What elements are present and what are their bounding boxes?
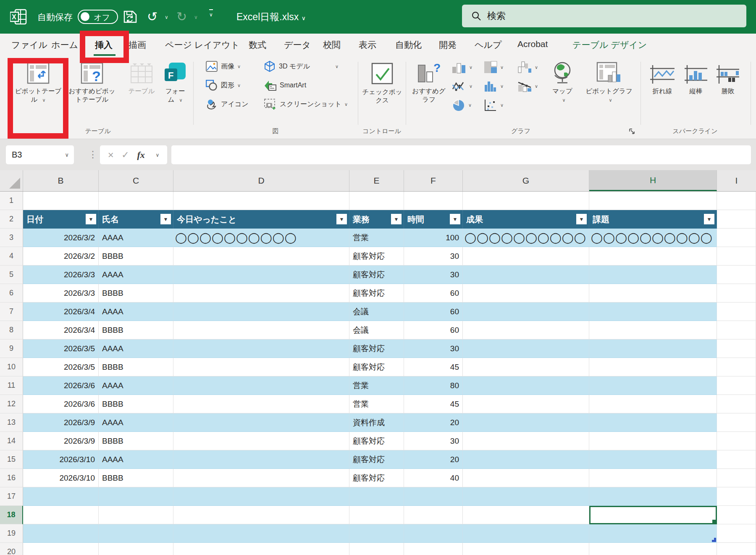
row-header-16[interactable]: 16 bbox=[0, 469, 23, 487]
row-header-8[interactable]: 8 bbox=[0, 321, 23, 339]
cell[interactable] bbox=[349, 487, 404, 506]
cell[interactable] bbox=[717, 266, 756, 284]
charts-dialog-launcher-icon[interactable] bbox=[629, 128, 636, 135]
tab-draw[interactable]: 描画 bbox=[129, 39, 146, 51]
cell[interactable] bbox=[23, 506, 99, 524]
cell[interactable]: 2026/3/6 bbox=[23, 395, 99, 413]
cell[interactable]: 2026/3/6 bbox=[23, 376, 99, 395]
cell[interactable] bbox=[463, 395, 589, 413]
enter-icon[interactable]: ✓ bbox=[121, 150, 129, 160]
cell[interactable]: 60 bbox=[404, 321, 463, 339]
insert-function-icon[interactable]: fx bbox=[137, 150, 144, 160]
cell[interactable] bbox=[404, 506, 463, 524]
cell[interactable] bbox=[589, 266, 717, 284]
cell[interactable] bbox=[717, 210, 756, 229]
cell[interactable] bbox=[463, 192, 589, 210]
pivotchart-button[interactable]: ピボットグラフ∨ bbox=[584, 60, 634, 104]
cell[interactable] bbox=[99, 192, 173, 210]
pivottable-button[interactable]: ピボットテーブル ∨ bbox=[13, 60, 64, 104]
cell[interactable] bbox=[173, 192, 349, 210]
cell[interactable] bbox=[463, 524, 589, 543]
cell[interactable]: 顧客対応 bbox=[349, 339, 404, 358]
cell[interactable] bbox=[589, 339, 717, 358]
cell[interactable] bbox=[463, 302, 589, 321]
cell[interactable] bbox=[589, 543, 717, 555]
cell[interactable] bbox=[99, 524, 173, 543]
cell[interactable]: 20 bbox=[404, 450, 463, 469]
cell[interactable] bbox=[463, 358, 589, 376]
cell[interactable] bbox=[173, 487, 349, 506]
cell[interactable] bbox=[173, 395, 349, 413]
cell[interactable]: 会議 bbox=[349, 321, 404, 339]
column-header-F[interactable]: F bbox=[404, 170, 463, 191]
checkbox-button[interactable]: チェックボックス bbox=[361, 60, 403, 105]
cell[interactable]: 80 bbox=[404, 376, 463, 395]
cell[interactable] bbox=[717, 543, 756, 555]
filter-icon[interactable]: ▼ bbox=[576, 214, 587, 224]
cell[interactable]: AAAA bbox=[99, 376, 173, 395]
row-header-18[interactable]: 18 bbox=[0, 506, 23, 524]
cell[interactable]: AAAA bbox=[99, 413, 173, 432]
sparkline-line-button[interactable]: 折れ線 bbox=[646, 60, 679, 95]
cell[interactable] bbox=[589, 376, 717, 395]
cell[interactable] bbox=[349, 524, 404, 543]
cell[interactable]: 2026/3/2 bbox=[23, 229, 99, 247]
cell[interactable] bbox=[463, 487, 589, 506]
cell[interactable] bbox=[173, 247, 349, 266]
cell[interactable]: 60 bbox=[404, 284, 463, 302]
sparkline-winloss-button[interactable]: 勝敗 bbox=[713, 60, 743, 95]
cell[interactable] bbox=[463, 432, 589, 450]
cell[interactable] bbox=[589, 395, 717, 413]
cell[interactable] bbox=[717, 284, 756, 302]
row-header-5[interactable]: 5 bbox=[0, 266, 23, 284]
select-all-button[interactable] bbox=[0, 170, 23, 191]
cell[interactable]: 100 bbox=[404, 229, 463, 247]
tab-view[interactable]: 表示 bbox=[359, 39, 376, 51]
cell[interactable] bbox=[589, 247, 717, 266]
cell[interactable] bbox=[463, 284, 589, 302]
cell[interactable] bbox=[173, 524, 349, 543]
cell[interactable] bbox=[349, 543, 404, 555]
cell[interactable]: 顧客対応 bbox=[349, 432, 404, 450]
cell[interactable] bbox=[717, 432, 756, 450]
cell[interactable] bbox=[589, 358, 717, 376]
row-header-13[interactable]: 13 bbox=[0, 413, 23, 432]
filter-icon[interactable]: ▼ bbox=[160, 214, 171, 224]
cell[interactable]: ◯◯◯◯◯◯◯◯◯◯ bbox=[589, 229, 717, 247]
filter-icon[interactable]: ▼ bbox=[391, 214, 402, 224]
cell[interactable] bbox=[589, 432, 717, 450]
cell[interactable] bbox=[589, 450, 717, 469]
cell[interactable]: 2026/3/10 bbox=[23, 450, 99, 469]
3d-model-button[interactable]: 3D モデル ∨ bbox=[264, 59, 339, 74]
tab-file[interactable]: ファイル bbox=[11, 39, 47, 51]
row-header-12[interactable]: 12 bbox=[0, 395, 23, 413]
cell[interactable] bbox=[173, 432, 349, 450]
cell[interactable] bbox=[173, 543, 349, 555]
picture-button[interactable]: 画像∨ bbox=[206, 59, 241, 74]
row-header-14[interactable]: 14 bbox=[0, 432, 23, 450]
row-header-4[interactable]: 4 bbox=[0, 247, 23, 266]
cell[interactable]: BBBB bbox=[99, 469, 173, 487]
cell[interactable]: 2026/3/5 bbox=[23, 358, 99, 376]
name-box[interactable]: B3 ∨ bbox=[6, 145, 74, 164]
cell[interactable]: ◯◯◯◯◯◯◯◯◯◯ bbox=[173, 229, 349, 247]
undo-icon[interactable]: ↺ bbox=[147, 9, 158, 24]
row-header-19[interactable]: 19 bbox=[0, 524, 23, 543]
cell[interactable] bbox=[717, 524, 756, 543]
recommended-pivottable-button[interactable]: ? おすすめピボットテーブル bbox=[66, 60, 118, 104]
cell[interactable] bbox=[589, 413, 717, 432]
pie-chart-button[interactable]: ∨ bbox=[452, 99, 472, 111]
cell[interactable] bbox=[173, 413, 349, 432]
row-header-6[interactable]: 6 bbox=[0, 284, 23, 302]
tab-automate[interactable]: 自動化 bbox=[395, 39, 422, 51]
tab-home[interactable]: ホーム bbox=[51, 39, 78, 51]
filter-icon[interactable]: ▼ bbox=[704, 214, 714, 224]
cell[interactable] bbox=[717, 395, 756, 413]
cell[interactable] bbox=[463, 413, 589, 432]
cell[interactable] bbox=[99, 506, 173, 524]
table-header-name[interactable]: 氏名▼ bbox=[99, 210, 173, 229]
filter-icon[interactable]: ▼ bbox=[450, 214, 460, 224]
cell[interactable] bbox=[717, 229, 756, 247]
cell[interactable] bbox=[463, 339, 589, 358]
cell[interactable] bbox=[99, 543, 173, 555]
